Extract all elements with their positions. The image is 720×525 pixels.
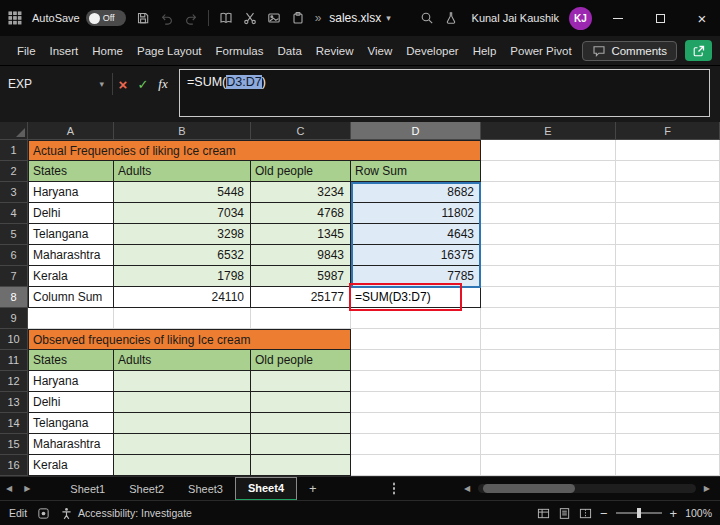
cell-A12[interactable]: Haryana <box>28 371 114 392</box>
cell-E10[interactable] <box>481 329 616 350</box>
sheet-menu-icon[interactable] <box>393 487 396 490</box>
new-sheet-button[interactable]: + <box>297 481 329 496</box>
page-layout-view-icon[interactable] <box>558 507 571 520</box>
cell-C3[interactable]: 3234 <box>251 182 351 203</box>
macro-record-icon[interactable] <box>37 507 50 520</box>
cell-E8[interactable] <box>481 287 616 308</box>
column-header-F[interactable]: F <box>616 122 720 140</box>
cell-B7[interactable]: 1798 <box>114 266 251 287</box>
cell-B14[interactable] <box>114 413 251 434</box>
image-icon[interactable] <box>267 11 281 25</box>
cell-C14[interactable] <box>251 413 351 434</box>
cell-A5[interactable]: Telangana <box>28 224 114 245</box>
cell-D4[interactable]: 11802 <box>351 203 481 224</box>
scrollbar-track[interactable] <box>478 484 696 493</box>
comments-button[interactable]: Comments <box>582 41 677 61</box>
row-header-9[interactable]: 9 <box>0 308 28 329</box>
ribbon-tab-formulas[interactable]: Formulas <box>209 36 271 66</box>
cell-D7[interactable]: 7785 <box>351 266 481 287</box>
cell-B4[interactable]: 7034 <box>114 203 251 224</box>
share-button[interactable] <box>685 40 712 61</box>
cell-D11[interactable] <box>351 350 481 371</box>
column-header-E[interactable]: E <box>481 122 616 140</box>
cell-C9[interactable] <box>251 308 351 329</box>
formula-input[interactable]: =SUM(D3:D7) <box>179 69 710 117</box>
cell-F4[interactable] <box>616 203 720 224</box>
cell-E15[interactable] <box>481 434 616 455</box>
cell-A10[interactable]: Observed frequencies of liking Ice cream <box>28 329 351 350</box>
cell-C11[interactable]: Old people <box>251 350 351 371</box>
cell-C16[interactable] <box>251 455 351 476</box>
cancel-button[interactable]: × <box>113 66 133 102</box>
ribbon-tab-page-layout[interactable]: Page Layout <box>130 36 209 66</box>
cell-A8[interactable]: Column Sum <box>28 287 114 308</box>
cell-E12[interactable] <box>481 371 616 392</box>
cell-D6[interactable]: 16375 <box>351 245 481 266</box>
cell-D13[interactable] <box>351 392 481 413</box>
cell-E13[interactable] <box>481 392 616 413</box>
cell-F6[interactable] <box>616 245 720 266</box>
ribbon-tab-file[interactable]: File <box>10 36 43 66</box>
column-header-B[interactable]: B <box>114 122 251 140</box>
select-all-button[interactable] <box>0 122 28 140</box>
zoom-level[interactable]: 100% <box>685 507 712 519</box>
zoom-in-button[interactable]: + <box>670 506 678 521</box>
column-header-C[interactable]: C <box>251 122 351 140</box>
row-header-15[interactable]: 15 <box>0 434 28 455</box>
cell-F15[interactable] <box>616 434 720 455</box>
cell-D15[interactable] <box>351 434 481 455</box>
ribbon-tab-home[interactable]: Home <box>85 36 130 66</box>
cell-D12[interactable] <box>351 371 481 392</box>
cell-D2[interactable]: Row Sum <box>351 161 481 182</box>
cell-F14[interactable] <box>616 413 720 434</box>
sheet-tab-sheet4[interactable]: Sheet4 <box>235 477 297 501</box>
zoom-slider[interactable] <box>616 512 662 514</box>
cell-E14[interactable] <box>481 413 616 434</box>
avatar[interactable]: KJ <box>569 7 592 30</box>
sheet-nav-right-icon[interactable]: ▶ <box>18 484 36 493</box>
cell-E9[interactable] <box>481 308 616 329</box>
cell-F16[interactable] <box>616 455 720 476</box>
cell-C8[interactable]: 25177 <box>251 287 351 308</box>
row-header-5[interactable]: 5 <box>0 224 28 245</box>
cell-F2[interactable] <box>616 161 720 182</box>
cell-B11[interactable]: Adults <box>114 350 251 371</box>
cell-A13[interactable]: Delhi <box>28 392 114 413</box>
cell-F13[interactable] <box>616 392 720 413</box>
cell-A3[interactable]: Haryana <box>28 182 114 203</box>
cell-E7[interactable] <box>481 266 616 287</box>
file-name-control[interactable]: sales.xlsx ▾ <box>329 11 391 25</box>
enter-button[interactable]: ✓ <box>133 66 153 102</box>
cell-mode-indicator[interactable]: Edit <box>0 507 37 519</box>
cell-E16[interactable] <box>481 455 616 476</box>
sheet-tab-sheet2[interactable]: Sheet2 <box>117 477 176 501</box>
cell-A14[interactable]: Telangana <box>28 413 114 434</box>
minimize-button[interactable] <box>602 3 634 33</box>
cell-B2[interactable]: Adults <box>114 161 251 182</box>
cell-D9[interactable] <box>351 308 481 329</box>
zoom-slider-thumb[interactable] <box>637 508 641 518</box>
cell-B9[interactable] <box>114 308 251 329</box>
cell-B13[interactable] <box>114 392 251 413</box>
close-button[interactable]: × <box>686 3 718 33</box>
row-header-4[interactable]: 4 <box>0 203 28 224</box>
ribbon-tab-data[interactable]: Data <box>271 36 309 66</box>
cell-E5[interactable] <box>481 224 616 245</box>
cell-E4[interactable] <box>481 203 616 224</box>
cell-A1[interactable]: Actual Frequencies of liking Ice cream <box>28 140 481 161</box>
row-header-10[interactable]: 10 <box>0 329 28 350</box>
ribbon-tab-help[interactable]: Help <box>466 36 504 66</box>
cell-A16[interactable]: Kerala <box>28 455 114 476</box>
cell-D5[interactable]: 4643 <box>351 224 481 245</box>
toolbar-overflow-icon[interactable]: » <box>315 11 322 25</box>
redo-icon[interactable] <box>184 11 198 25</box>
scrollbar-thumb[interactable] <box>483 484 575 493</box>
cell-F5[interactable] <box>616 224 720 245</box>
row-header-14[interactable]: 14 <box>0 413 28 434</box>
row-header-12[interactable]: 12 <box>0 371 28 392</box>
maximize-button[interactable] <box>644 3 676 33</box>
book-icon[interactable] <box>219 11 233 25</box>
cell-A15[interactable]: Maharashtra <box>28 434 114 455</box>
cell-A7[interactable]: Kerala <box>28 266 114 287</box>
row-header-1[interactable]: 1 <box>0 140 28 161</box>
